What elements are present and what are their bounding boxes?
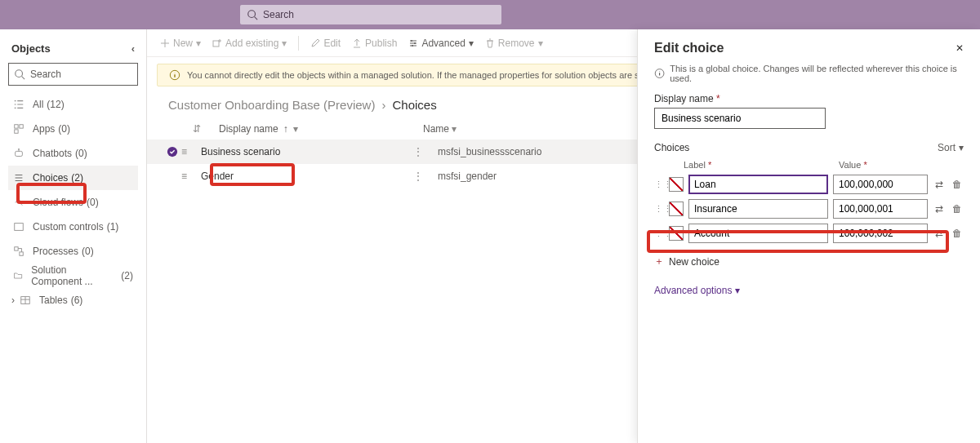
publish-icon xyxy=(352,38,362,48)
controls-icon xyxy=(13,221,24,233)
display-name-input[interactable] xyxy=(654,108,826,129)
sidebar-item-all[interactable]: All(12) xyxy=(8,92,138,117)
global-search-placeholder: Search xyxy=(263,9,294,20)
breadcrumb-root[interactable]: Customer Onboarding Base (Preview) xyxy=(168,98,375,112)
drag-handle-icon[interactable]: ⋮⋮ xyxy=(654,204,664,215)
info-icon xyxy=(169,69,180,81)
panel-title: Edit choice xyxy=(654,41,724,55)
sidebar-search-input[interactable]: Search xyxy=(8,63,138,86)
row-display-name: Gender xyxy=(201,171,413,182)
choice-label-input[interactable] xyxy=(688,199,828,219)
plus-icon xyxy=(160,38,170,48)
svg-rect-7 xyxy=(16,151,23,156)
settings-icon[interactable]: ⇄ xyxy=(933,203,946,215)
sidebar-item-tables[interactable]: Tables(6) xyxy=(20,288,87,312)
row-type-icon: ≡ xyxy=(181,146,201,157)
choice-value-input[interactable] xyxy=(833,175,928,194)
sidebar: Objects ‹ Search All(12) Apps(0) Chatbot… xyxy=(0,29,147,443)
sidebar-item-solution-components[interactable]: Solution Component ...(2) xyxy=(8,264,138,288)
chevron-down-icon: ▾ xyxy=(959,142,964,153)
drag-handle-icon[interactable]: ⋮⋮ xyxy=(654,179,664,190)
advanced-options-toggle[interactable]: Advanced options ▾ xyxy=(654,285,964,296)
add-existing-button[interactable]: Add existing▾ xyxy=(212,38,287,49)
svg-point-19 xyxy=(412,45,413,47)
sidebar-item-processes[interactable]: Processes(0) xyxy=(8,239,138,264)
top-bar: Search xyxy=(0,0,980,29)
new-button[interactable]: New▾ xyxy=(160,38,201,49)
color-picker-icon[interactable] xyxy=(669,202,684,216)
svg-rect-11 xyxy=(15,247,18,250)
advanced-icon xyxy=(408,38,418,48)
choice-label-input[interactable] xyxy=(688,224,828,243)
close-icon[interactable]: ✕ xyxy=(956,42,964,54)
svg-point-2 xyxy=(16,70,23,78)
choices-section-label: Choices xyxy=(654,142,689,153)
process-icon xyxy=(13,246,24,257)
info-icon xyxy=(654,68,665,79)
settings-icon[interactable]: ⇄ xyxy=(933,228,946,239)
remove-button[interactable]: Remove▾ xyxy=(485,38,543,49)
choice-row: ⋮⋮ ⇄🗑 xyxy=(654,175,964,194)
choice-label-input[interactable] xyxy=(688,175,828,194)
color-picker-icon[interactable] xyxy=(669,226,684,241)
sidebar-item-chatbots[interactable]: Chatbots(0) xyxy=(8,141,138,166)
sidebar-search-placeholder: Search xyxy=(30,69,61,80)
delete-icon[interactable]: 🗑 xyxy=(951,228,964,239)
row-display-name: Business scenario xyxy=(201,146,413,157)
sidebar-item-custom-controls[interactable]: Custom controls(1) xyxy=(8,215,138,239)
apps-icon xyxy=(13,123,24,135)
svg-point-18 xyxy=(414,42,416,44)
edit-icon xyxy=(310,38,320,48)
column-value-header: Value xyxy=(839,160,867,170)
panel-info-text: This is a global choice. Changes will be… xyxy=(670,64,964,83)
svg-point-0 xyxy=(248,11,256,18)
color-picker-icon[interactable] xyxy=(669,177,684,192)
delete-icon[interactable]: 🗑 xyxy=(951,203,964,215)
sidebar-item-choices[interactable]: Choices(2) xyxy=(8,166,138,190)
column-label-header: Label xyxy=(684,160,839,170)
svg-rect-4 xyxy=(15,125,18,128)
sidebar-item-cloud-flows[interactable]: Cloud flows(0) xyxy=(8,190,138,215)
drag-handle-icon[interactable]: ⋮⋮ xyxy=(654,228,664,239)
new-choice-button[interactable]: ＋ New choice xyxy=(654,255,964,268)
sidebar-title: Objects xyxy=(11,42,51,55)
sort-button[interactable]: Sort▾ xyxy=(938,142,964,153)
choice-value-input[interactable] xyxy=(833,199,928,219)
column-display-name[interactable]: Display name↑▾ xyxy=(219,123,423,135)
edit-choice-panel: Edit choice ✕ This is a global choice. C… xyxy=(637,29,980,443)
advanced-button[interactable]: Advanced▾ xyxy=(408,38,473,49)
settings-icon[interactable]: ⇄ xyxy=(933,179,946,190)
expand-tables-icon[interactable]: › xyxy=(8,288,18,312)
row-type-icon: ≡ xyxy=(181,171,201,182)
chevron-down-icon: ▾ xyxy=(538,38,543,49)
edit-button[interactable]: Edit xyxy=(310,38,341,49)
publish-button[interactable]: Publish xyxy=(352,38,397,49)
chevron-down-icon: ▾ xyxy=(196,38,201,49)
svg-line-1 xyxy=(255,17,258,20)
table-icon xyxy=(20,295,31,306)
sidebar-collapse-icon[interactable]: ‹ xyxy=(131,42,135,55)
checked-icon xyxy=(167,146,178,157)
svg-rect-5 xyxy=(20,125,23,128)
search-icon xyxy=(247,9,258,20)
svg-rect-10 xyxy=(15,224,24,231)
global-search-input[interactable]: Search xyxy=(240,5,501,24)
display-name-label: Display name xyxy=(654,93,964,104)
svg-point-9 xyxy=(18,148,20,150)
search-icon xyxy=(14,69,25,80)
sort-indicator-icon[interactable]: ⇵ xyxy=(193,123,219,135)
row-more-icon[interactable]: ⋮ xyxy=(413,146,438,157)
delete-icon xyxy=(485,38,495,48)
choice-row: ⋮⋮ ⇄🗑 xyxy=(654,199,964,219)
delete-icon[interactable]: 🗑 xyxy=(951,179,964,190)
chevron-down-icon: ▾ xyxy=(293,123,298,135)
choices-icon xyxy=(13,172,24,184)
choice-value-input[interactable] xyxy=(833,224,928,243)
svg-rect-12 xyxy=(20,252,23,255)
chevron-down-icon: ▾ xyxy=(469,38,474,49)
row-more-icon[interactable]: ⋮ xyxy=(413,171,438,182)
sort-asc-icon: ↑ xyxy=(283,123,288,135)
chevron-down-icon: ▾ xyxy=(735,285,740,296)
plus-icon: ＋ xyxy=(654,255,664,268)
sidebar-item-apps[interactable]: Apps(0) xyxy=(8,117,138,141)
